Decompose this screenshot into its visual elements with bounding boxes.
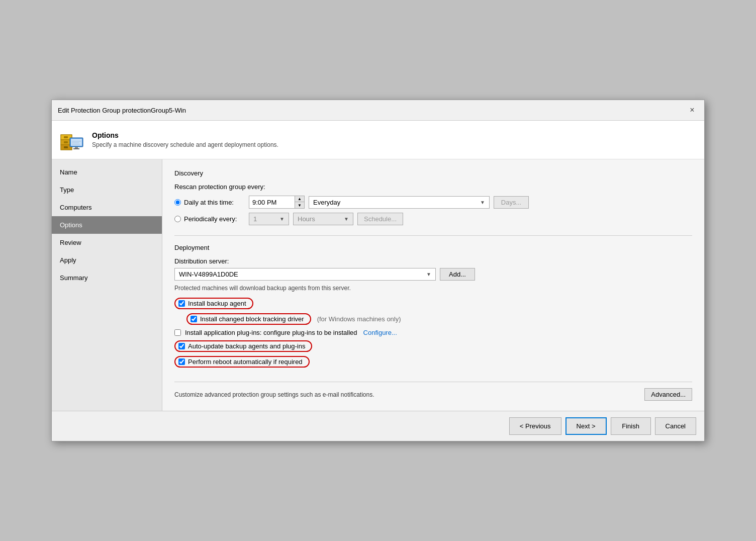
close-button[interactable]: ×	[686, 104, 698, 116]
dist-server-row: WIN-V4899A1D0DE ▼ Add...	[174, 268, 692, 281]
days-button[interactable]: Days...	[494, 196, 529, 209]
svg-rect-5	[64, 141, 68, 143]
svg-rect-9	[75, 147, 78, 148]
auto-update-row: Auto-update backup agents and plug-ins	[174, 340, 692, 352]
discovery-title: Discovery	[174, 169, 692, 177]
periodically-radio[interactable]	[174, 216, 181, 222]
protected-note: Protected machines will download backup …	[174, 285, 692, 292]
daily-row: Daily at this time: ▲ ▼ Everyday ▼ Days.…	[174, 196, 692, 209]
sidebar-item-review[interactable]: Review	[52, 234, 162, 251]
header-text: Options Specify a machine discovery sche…	[92, 131, 278, 148]
install-cbt-label: Install changed block tracking driver	[200, 315, 304, 323]
dist-server-arrow: ▼	[426, 272, 431, 277]
advanced-button[interactable]: Advanced...	[644, 388, 692, 401]
periodically-value: 1	[253, 215, 257, 223]
edit-protection-group-dialog: Edit Protection Group protectionGroup5-W…	[51, 100, 705, 441]
dist-server-dropdown[interactable]: WIN-V4899A1D0DE ▼	[174, 268, 436, 281]
everyday-dropdown[interactable]: Everyday ▼	[309, 196, 490, 209]
everyday-value: Everyday	[313, 199, 340, 206]
hours-dropdown: Hours ▼	[293, 213, 353, 225]
daily-label-text: Daily at this time:	[184, 199, 234, 206]
hours-dropdown-arrow: ▼	[344, 216, 349, 222]
svg-rect-10	[73, 148, 79, 149]
perform-reboot-highlight: Perform reboot automatically if required	[174, 356, 310, 368]
add-button[interactable]: Add...	[440, 268, 475, 281]
sidebar-item-summary[interactable]: Summary	[52, 269, 162, 287]
periodically-value-dropdown: 1 ▼	[249, 213, 289, 225]
header-title: Options	[92, 131, 278, 139]
rescan-section: Rescan protection group every: Daily at …	[174, 183, 692, 225]
sidebar-item-name[interactable]: Name	[52, 163, 162, 181]
advanced-row: Customize advanced protection group sett…	[174, 382, 692, 401]
advanced-note: Customize advanced protection group sett…	[174, 391, 374, 398]
auto-update-highlight: Auto-update backup agents and plug-ins	[174, 340, 312, 352]
time-spinner[interactable]: ▲ ▼	[249, 196, 305, 209]
svg-rect-8	[71, 139, 82, 146]
next-button[interactable]: Next >	[565, 417, 607, 435]
rescan-label: Rescan protection group every:	[174, 183, 692, 191]
install-backup-highlight: Install backup agent	[174, 298, 253, 309]
time-down-btn[interactable]: ▼	[295, 202, 304, 208]
install-backup-label: Install backup agent	[188, 300, 246, 307]
content-area: Name Type Computers Options Review Apply…	[52, 159, 704, 411]
perform-reboot-checkbox[interactable]	[178, 358, 185, 365]
install-plugins-row: Install application plug-ins: configure …	[174, 329, 692, 336]
title-bar: Edit Protection Group protectionGroup5-W…	[52, 100, 704, 121]
finish-button[interactable]: Finish	[611, 417, 651, 435]
header-section: Options Specify a machine discovery sche…	[52, 121, 704, 159]
footer: < Previous Next > Finish Cancel	[52, 411, 704, 441]
perform-reboot-label: Perform reboot automatically if required	[188, 358, 303, 366]
sidebar-item-options[interactable]: Options	[52, 216, 162, 234]
time-up-btn[interactable]: ▲	[295, 196, 304, 202]
dist-server-label: Distribution server:	[174, 257, 692, 265]
daily-radio-label[interactable]: Daily at this time:	[174, 199, 245, 206]
svg-rect-4	[64, 136, 68, 138]
dist-server-value: WIN-V4899A1D0DE	[179, 270, 238, 278]
cancel-button[interactable]: Cancel	[655, 417, 696, 435]
schedule-button[interactable]: Schedule...	[357, 213, 403, 225]
install-cbt-note: (for Windows machines only)	[317, 315, 401, 323]
hours-value: Hours	[298, 215, 315, 223]
sidebar-item-type[interactable]: Type	[52, 181, 162, 199]
configure-link[interactable]: Configure...	[363, 329, 397, 336]
main-content: Discovery Rescan protection group every:…	[162, 159, 704, 411]
perform-reboot-row: Perform reboot automatically if required	[174, 356, 692, 368]
sidebar: Name Type Computers Options Review Apply…	[52, 159, 162, 411]
sidebar-item-apply[interactable]: Apply	[52, 251, 162, 269]
periodically-value-arrow: ▼	[279, 216, 285, 222]
everyday-dropdown-arrow: ▼	[480, 200, 485, 205]
spinner-buttons: ▲ ▼	[295, 196, 304, 208]
daily-radio[interactable]	[174, 199, 181, 206]
install-cbt-highlight: Install changed block tracking driver	[186, 313, 311, 325]
deployment-section: Deployment Distribution server: WIN-V489…	[174, 244, 692, 401]
auto-update-checkbox[interactable]	[178, 343, 185, 349]
svg-rect-6	[64, 146, 68, 148]
divider	[174, 235, 692, 236]
periodically-radio-label[interactable]: Periodically every:	[174, 215, 245, 223]
sidebar-item-computers[interactable]: Computers	[52, 199, 162, 216]
periodically-label-text: Periodically every:	[184, 215, 237, 223]
install-plugins-checkbox[interactable]	[174, 329, 181, 336]
install-backup-row: Install backup agent	[174, 298, 692, 309]
auto-update-label: Auto-update backup agents and plug-ins	[188, 342, 305, 350]
previous-button[interactable]: < Previous	[509, 417, 561, 435]
dialog-title: Edit Protection Group protectionGroup5-W…	[58, 107, 186, 114]
install-backup-checkbox[interactable]	[178, 300, 185, 307]
install-cbt-checkbox[interactable]	[191, 316, 197, 322]
periodically-row: Periodically every: 1 ▼ Hours ▼ Schedule…	[174, 213, 692, 225]
options-icon	[60, 128, 84, 152]
deployment-title: Deployment	[174, 244, 692, 251]
time-input[interactable]	[249, 197, 295, 208]
install-plugins-label: Install application plug-ins: configure …	[185, 329, 357, 336]
header-description: Specify a machine discovery schedule and…	[92, 141, 278, 148]
install-cbt-row: Install changed block tracking driver (f…	[186, 313, 692, 325]
